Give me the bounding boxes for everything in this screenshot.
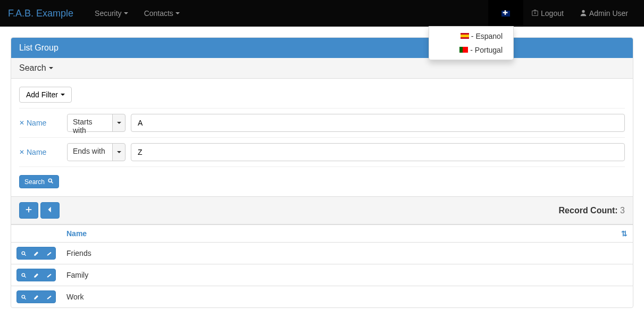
table-row: Family [11,264,633,286]
add-button[interactable] [19,202,38,219]
edit-button[interactable] [30,247,43,259]
delete-button[interactable] [43,247,55,259]
svg-point-3 [22,273,25,277]
plus-icon [25,206,32,215]
view-button[interactable] [17,291,30,303]
svg-point-0 [582,10,584,12]
sort-icon[interactable]: ⇅ [621,229,628,238]
nav-user[interactable]: Admin User [572,0,636,27]
filter-op-select-0[interactable]: Starts with [67,114,126,132]
record-count-value: 3 [620,206,625,215]
table-row: Friends [11,243,633,264]
back-button[interactable] [40,202,60,219]
toolbar: Record Count: 3 [11,196,633,224]
navbar: F.A.B. Example Security Contacts Logout … [0,0,644,27]
add-filter-button[interactable]: Add Filter [19,87,72,103]
brand-link[interactable]: F.A.B. Example [8,8,73,19]
search-button-label: Search [24,178,45,186]
name-header-link[interactable]: Name [66,229,87,238]
row-actions [11,243,61,264]
search-icon [47,178,54,186]
remove-filter-0[interactable]: ✕ Name [19,119,62,127]
search-body: Add Filter ✕ Name Starts with ✕ Name [11,79,633,196]
user-icon [580,9,587,18]
caret-icon [49,67,53,69]
nav-security[interactable]: Security [87,0,136,27]
filter-op-text: Starts with [68,114,112,131]
view-button[interactable] [17,247,30,259]
filter-row-1: ✕ Name Ends with [19,138,625,167]
search-button[interactable]: Search [19,175,59,188]
row-name: Work [61,286,633,308]
nav-security-label: Security [95,9,122,18]
filter-value-input-1[interactable] [131,143,625,161]
lang-label: Espanol [475,32,503,40]
filter-value-input-0[interactable] [131,114,625,132]
filter-field-label: Name [27,148,46,156]
nav-logout[interactable]: Logout [523,0,572,27]
filter-field-label: Name [27,119,46,127]
flag-es-icon [461,33,469,39]
search-button-row: Search [19,175,625,188]
filter-op-select-1[interactable]: Ends with [67,143,126,161]
actions-header [11,225,61,243]
record-count: Record Count: 3 [559,206,625,215]
language-dropdown: - Espanol - Portugal [429,26,514,60]
panel-heading: List Group [11,38,633,58]
svg-point-2 [22,252,25,255]
row-actions [11,286,61,308]
svg-point-4 [22,295,25,298]
svg-point-1 [48,179,52,182]
close-icon: ✕ [19,148,24,156]
record-count-label: Record Count: [559,206,618,215]
nav-contacts[interactable]: Contacts [136,0,188,27]
search-toggle[interactable]: Search [11,58,633,79]
chevron-down-icon [112,114,125,131]
add-filter-label: Add Filter [26,90,58,99]
caret-icon [175,12,180,14]
row-actions [11,264,61,286]
filter-row-0: ✕ Name Starts with [19,108,625,138]
row-name: Friends [61,243,633,264]
chevron-down-icon [112,144,125,161]
results-table: Name ⇅ FriendsFamilyWork [11,224,633,307]
edit-button[interactable] [30,291,43,303]
arrow-left-icon [46,206,54,215]
lang-sep: - [470,46,475,54]
delete-button[interactable] [43,269,55,281]
nav-user-label: Admin User [589,9,628,18]
action-group [16,269,56,281]
caret-icon [61,94,65,96]
panel: List Group Search Add Filter ✕ Name Star… [11,37,633,308]
close-icon: ✕ [19,119,24,127]
action-group [16,290,56,303]
nav-language[interactable] [488,0,523,27]
nav-contacts-label: Contacts [144,9,173,18]
row-name: Family [61,264,633,286]
nav-logout-label: Logout [541,9,564,18]
main-container: List Group Search Add Filter ✕ Name Star… [0,27,644,319]
nav-left: Security Contacts [87,0,188,27]
name-header[interactable]: Name ⇅ [61,225,633,243]
nav-right: Logout Admin User [488,0,636,27]
flag-pt-icon [459,47,468,53]
logout-icon [531,9,539,18]
lang-option-es[interactable]: - Espanol [429,29,513,43]
flag-gb-icon [501,11,510,16]
view-button[interactable] [17,269,30,281]
lang-option-pt[interactable]: - Portugal [429,43,513,57]
delete-button[interactable] [43,291,55,303]
filter-op-text: Ends with [68,144,112,161]
caret-icon [124,12,128,14]
action-group [16,247,56,260]
search-toggle-label: Search [19,63,46,73]
remove-filter-1[interactable]: ✕ Name [19,148,62,156]
lang-label: Portugal [475,46,503,54]
table-row: Work [11,286,633,308]
edit-button[interactable] [30,269,43,281]
